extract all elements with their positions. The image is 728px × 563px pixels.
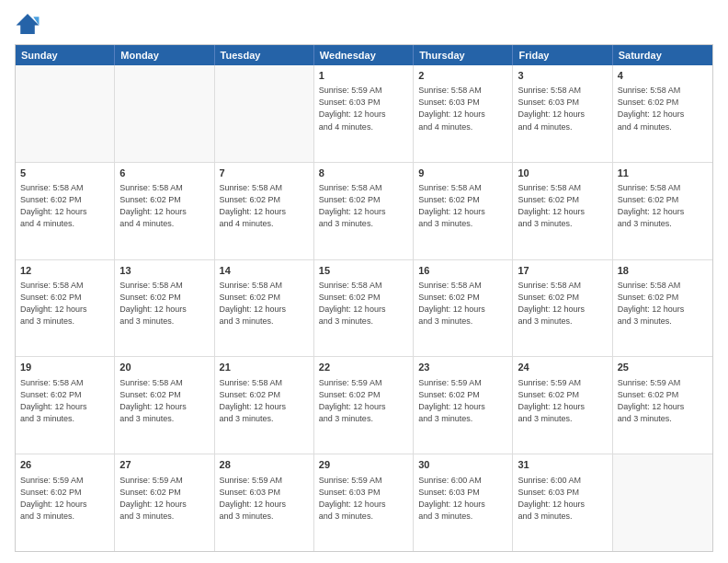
day-info: Sunrise: 5:58 AM Sunset: 6:02 PM Dayligh… [20,182,109,230]
day-cell-2: 2Sunrise: 5:58 AM Sunset: 6:03 PM Daylig… [414,65,513,162]
day-cell-5: 5Sunrise: 5:58 AM Sunset: 6:02 PM Daylig… [16,163,115,259]
day-number: 1 [319,69,408,83]
calendar-body: 1Sunrise: 5:59 AM Sunset: 6:03 PM Daylig… [16,65,712,551]
day-cell-27: 27Sunrise: 5:59 AM Sunset: 6:02 PM Dayli… [115,454,214,551]
calendar-week-3: 12Sunrise: 5:58 AM Sunset: 6:02 PM Dayli… [16,260,712,358]
day-cell-20: 20Sunrise: 5:58 AM Sunset: 6:02 PM Dayli… [115,357,214,454]
day-info: Sunrise: 5:58 AM Sunset: 6:02 PM Dayligh… [518,280,607,327]
day-info: Sunrise: 5:58 AM Sunset: 6:02 PM Dayligh… [319,280,408,327]
day-info: Sunrise: 5:59 AM Sunset: 6:02 PM Dayligh… [618,377,708,425]
weekday-header-thursday: Thursday [414,45,513,65]
day-number: 24 [518,361,607,374]
day-info: Sunrise: 5:59 AM Sunset: 6:02 PM Dayligh… [20,475,109,523]
day-info: Sunrise: 5:58 AM Sunset: 6:02 PM Dayligh… [119,280,209,327]
day-cell-11: 11Sunrise: 5:58 AM Sunset: 6:02 PM Dayli… [613,163,712,259]
calendar-week-5: 26Sunrise: 5:59 AM Sunset: 6:02 PM Dayli… [16,454,712,551]
day-info: Sunrise: 5:58 AM Sunset: 6:03 PM Dayligh… [518,85,607,132]
day-number: 25 [618,361,708,374]
day-number: 15 [319,264,408,278]
day-cell-22: 22Sunrise: 5:59 AM Sunset: 6:02 PM Dayli… [314,357,414,454]
day-number: 28 [220,458,309,472]
day-cell-15: 15Sunrise: 5:58 AM Sunset: 6:02 PM Dayli… [314,260,414,357]
empty-cell [115,65,214,162]
weekday-header-wednesday: Wednesday [314,45,414,65]
empty-cell [16,65,115,162]
day-cell-14: 14Sunrise: 5:58 AM Sunset: 6:02 PM Dayli… [215,260,314,357]
day-cell-1: 1Sunrise: 5:59 AM Sunset: 6:03 PM Daylig… [314,65,414,162]
day-number: 19 [20,361,109,374]
day-number: 5 [20,167,109,180]
day-info: Sunrise: 5:58 AM Sunset: 6:02 PM Dayligh… [220,377,309,425]
day-number: 12 [20,264,109,278]
day-number: 6 [119,167,209,180]
day-number: 2 [418,69,507,83]
day-number: 18 [618,264,708,278]
weekday-header-saturday: Saturday [613,45,712,65]
day-info: Sunrise: 5:58 AM Sunset: 6:02 PM Dayligh… [119,377,209,425]
calendar-header-row: SundayMondayTuesdayWednesdayThursdayFrid… [16,45,712,65]
day-number: 27 [119,458,209,472]
day-info: Sunrise: 5:59 AM Sunset: 6:03 PM Dayligh… [220,475,309,523]
day-info: Sunrise: 5:59 AM Sunset: 6:02 PM Dayligh… [418,377,507,425]
day-info: Sunrise: 6:00 AM Sunset: 6:03 PM Dayligh… [518,475,607,523]
day-number: 3 [518,69,607,83]
day-info: Sunrise: 5:58 AM Sunset: 6:02 PM Dayligh… [618,182,708,230]
day-cell-4: 4Sunrise: 5:58 AM Sunset: 6:02 PM Daylig… [613,65,712,162]
empty-cell [613,454,712,551]
day-info: Sunrise: 5:58 AM Sunset: 6:02 PM Dayligh… [618,280,708,327]
day-cell-18: 18Sunrise: 5:58 AM Sunset: 6:02 PM Dayli… [613,260,712,357]
header [15,11,713,37]
day-info: Sunrise: 5:58 AM Sunset: 6:02 PM Dayligh… [119,182,209,230]
day-number: 4 [618,69,708,83]
day-cell-21: 21Sunrise: 5:58 AM Sunset: 6:02 PM Dayli… [215,357,314,454]
day-info: Sunrise: 5:58 AM Sunset: 6:02 PM Dayligh… [20,280,109,327]
day-info: Sunrise: 5:58 AM Sunset: 6:02 PM Dayligh… [220,182,309,230]
day-number: 30 [418,458,507,472]
day-info: Sunrise: 5:59 AM Sunset: 6:02 PM Dayligh… [518,377,607,425]
day-number: 16 [418,264,507,278]
day-info: Sunrise: 5:58 AM Sunset: 6:03 PM Dayligh… [418,85,507,132]
day-number: 11 [618,167,708,180]
day-number: 23 [418,361,507,374]
day-info: Sunrise: 5:58 AM Sunset: 6:02 PM Dayligh… [319,182,408,230]
day-info: Sunrise: 5:59 AM Sunset: 6:02 PM Dayligh… [319,377,408,425]
day-cell-3: 3Sunrise: 5:58 AM Sunset: 6:03 PM Daylig… [513,65,612,162]
day-number: 20 [119,361,209,374]
day-cell-9: 9Sunrise: 5:58 AM Sunset: 6:02 PM Daylig… [414,163,513,259]
day-info: Sunrise: 5:59 AM Sunset: 6:02 PM Dayligh… [119,475,209,523]
day-cell-6: 6Sunrise: 5:58 AM Sunset: 6:02 PM Daylig… [115,163,214,259]
day-number: 17 [518,264,607,278]
weekday-header-sunday: Sunday [16,45,115,65]
day-number: 10 [518,167,607,180]
day-info: Sunrise: 5:58 AM Sunset: 6:02 PM Dayligh… [220,280,309,327]
day-cell-23: 23Sunrise: 5:59 AM Sunset: 6:02 PM Dayli… [414,357,513,454]
logo-icon [15,11,40,37]
day-number: 21 [220,361,309,374]
day-cell-24: 24Sunrise: 5:59 AM Sunset: 6:02 PM Dayli… [513,357,612,454]
day-cell-17: 17Sunrise: 5:58 AM Sunset: 6:02 PM Dayli… [513,260,612,357]
empty-cell [215,65,314,162]
day-cell-13: 13Sunrise: 5:58 AM Sunset: 6:02 PM Dayli… [115,260,214,357]
day-number: 8 [319,167,408,180]
logo [15,11,44,37]
day-number: 14 [220,264,309,278]
day-cell-29: 29Sunrise: 5:59 AM Sunset: 6:03 PM Dayli… [314,454,414,551]
calendar-week-1: 1Sunrise: 5:59 AM Sunset: 6:03 PM Daylig… [16,65,712,163]
day-info: Sunrise: 5:58 AM Sunset: 6:02 PM Dayligh… [418,182,507,230]
day-cell-8: 8Sunrise: 5:58 AM Sunset: 6:02 PM Daylig… [314,163,414,259]
calendar-week-2: 5Sunrise: 5:58 AM Sunset: 6:02 PM Daylig… [16,163,712,260]
day-number: 29 [319,458,408,472]
calendar: SundayMondayTuesdayWednesdayThursdayFrid… [15,44,713,552]
day-cell-7: 7Sunrise: 5:58 AM Sunset: 6:02 PM Daylig… [215,163,314,259]
day-cell-31: 31Sunrise: 6:00 AM Sunset: 6:03 PM Dayli… [513,454,612,551]
day-number: 31 [518,458,607,472]
day-info: Sunrise: 5:58 AM Sunset: 6:02 PM Dayligh… [418,280,507,327]
day-cell-25: 25Sunrise: 5:59 AM Sunset: 6:02 PM Dayli… [613,357,712,454]
weekday-header-tuesday: Tuesday [215,45,314,65]
day-info: Sunrise: 5:58 AM Sunset: 6:02 PM Dayligh… [518,182,607,230]
day-info: Sunrise: 5:59 AM Sunset: 6:03 PM Dayligh… [319,475,408,523]
day-info: Sunrise: 5:59 AM Sunset: 6:03 PM Dayligh… [319,85,408,132]
calendar-page: SundayMondayTuesdayWednesdayThursdayFrid… [0,0,728,563]
day-cell-12: 12Sunrise: 5:58 AM Sunset: 6:02 PM Dayli… [16,260,115,357]
day-cell-28: 28Sunrise: 5:59 AM Sunset: 6:03 PM Dayli… [215,454,314,551]
